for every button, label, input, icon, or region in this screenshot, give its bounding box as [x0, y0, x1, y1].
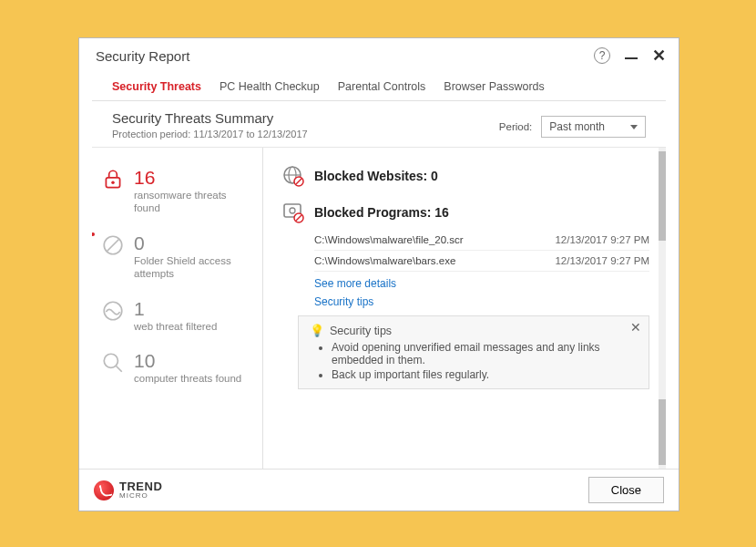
window-controls: ? ✕	[594, 46, 666, 66]
list-item[interactable]: C:\Windows\malware\file_20.scr 12/13/201…	[314, 230, 649, 251]
period-label: Period:	[499, 121, 532, 132]
tab-security-threats[interactable]: Security Threats	[112, 75, 201, 100]
close-icon[interactable]: ✕	[652, 46, 666, 66]
svg-point-5	[104, 354, 117, 367]
tab-parental-controls[interactable]: Parental Controls	[338, 75, 426, 100]
stat-web-threat[interactable]: 1 web threat filtered	[101, 299, 255, 333]
stat-computer-label: computer threats found	[134, 372, 241, 385]
see-more-link[interactable]: See more details	[314, 277, 649, 290]
blocked-programs-list: C:\Windows\malware\file_20.scr 12/13/201…	[314, 230, 649, 272]
stat-ransomware-count: 16	[134, 168, 255, 187]
tab-pc-health[interactable]: PC Health Checkup	[220, 75, 320, 100]
security-report-window: Security Report ? ✕ Security Threats PC …	[78, 37, 679, 511]
svg-line-6	[116, 366, 122, 372]
blocked-websites-heading: Blocked Websites: 0	[314, 169, 438, 183]
svg-line-3	[107, 239, 119, 251]
entry-path: C:\Windows\malware\file_20.scr	[314, 234, 555, 245]
security-tips-panel: ✕ 💡 Security tips Avoid opening unverifi…	[298, 315, 649, 389]
tip-item: Avoid opening unverified email messages …	[332, 341, 638, 366]
tips-title-text: Security tips	[330, 325, 392, 337]
stats-column: 16 ransomware threats found 0 Folder Shi…	[92, 148, 263, 469]
wave-icon	[101, 299, 125, 323]
chevron-down-icon	[630, 125, 638, 129]
stat-web-label: web threat filtered	[134, 320, 217, 333]
help-icon[interactable]: ?	[594, 47, 610, 64]
entry-time: 12/13/2017 9:27 PM	[555, 234, 649, 245]
window-title: Security Report	[96, 48, 594, 64]
stat-computer-threats[interactable]: 10 computer threats found	[101, 351, 255, 385]
stat-ransomware[interactable]: 16 ransomware threats found	[101, 168, 255, 215]
brand-logo: TREND MICRO	[94, 480, 162, 501]
close-button[interactable]: Close	[588, 477, 664, 503]
stat-computer-count: 10	[134, 351, 241, 370]
minimize-icon[interactable]	[625, 57, 638, 59]
detail-column: Blocked Websites: 0 Blocked Programs: 16…	[263, 148, 666, 469]
blocked-programs-section: Blocked Programs: 16 C:\Windows\malware\…	[281, 201, 649, 389]
period-selector-wrap: Period: Past month	[499, 116, 646, 138]
circle-slash-icon	[101, 233, 125, 257]
magnifier-icon	[101, 351, 125, 375]
stat-web-count: 1	[134, 299, 217, 318]
scroll-thumb[interactable]	[659, 399, 666, 465]
tip-item: Back up important files regularly.	[332, 368, 638, 381]
tab-bar: Security Threats PC Health Checkup Paren…	[92, 71, 666, 101]
entry-path: C:\Windows\malware\bars.exe	[314, 255, 555, 266]
titlebar: Security Report ? ✕	[79, 38, 679, 71]
trend-logo-icon	[94, 480, 114, 501]
lightbulb-icon: 💡	[310, 324, 324, 337]
list-item[interactable]: C:\Windows\malware\bars.exe 12/13/2017 9…	[314, 251, 649, 272]
brand-name-top: TREND	[119, 481, 162, 492]
footer: TREND MICRO Close	[79, 469, 679, 511]
security-tips-link[interactable]: Security tips	[314, 295, 649, 308]
blocked-programs-heading: Blocked Programs: 16	[314, 205, 449, 220]
scroll-thumb[interactable]	[659, 151, 666, 241]
summary-title: Security Threats Summary	[112, 110, 499, 126]
program-blocked-icon	[281, 201, 305, 224]
stat-ransomware-label: ransomware threats found	[134, 189, 255, 215]
blocked-websites-section: Blocked Websites: 0	[281, 164, 649, 188]
scrollbar[interactable]	[659, 148, 666, 469]
protection-period: Protection period: 11/13/2017 to 12/13/2…	[112, 129, 499, 139]
svg-point-13	[290, 208, 295, 213]
stat-folder-count: 0	[134, 233, 255, 253]
period-value: Past month	[549, 120, 605, 133]
summary-header: Security Threats Summary Protection peri…	[92, 101, 666, 148]
tab-browser-passwords[interactable]: Browser Passwords	[444, 75, 544, 100]
period-dropdown[interactable]: Past month	[541, 116, 646, 138]
globe-blocked-icon	[281, 164, 305, 188]
lock-alert-icon	[101, 168, 125, 191]
stat-folder-label: Folder Shield access attempts	[134, 254, 255, 281]
stat-folder-shield[interactable]: 0 Folder Shield access attempts	[101, 233, 255, 281]
svg-point-1	[111, 181, 114, 184]
report-body: 16 ransomware threats found 0 Folder Shi…	[92, 148, 666, 469]
tips-close-icon[interactable]: ✕	[630, 320, 641, 335]
tips-title: 💡 Security tips	[310, 324, 638, 337]
entry-time: 12/13/2017 9:27 PM	[555, 255, 649, 266]
